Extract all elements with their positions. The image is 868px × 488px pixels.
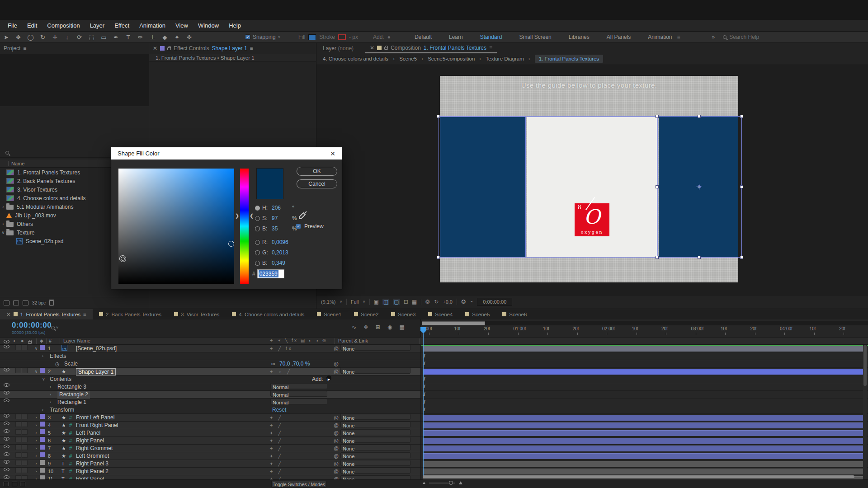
group-label[interactable]: Effects — [50, 352, 66, 360]
toolbar-overflow-icon[interactable]: » — [712, 34, 715, 40]
tool-icon[interactable]: ➤ — [0, 34, 12, 41]
layer-name[interactable]: Right Panel — [76, 475, 104, 479]
menu-item[interactable]: Layer — [85, 22, 110, 29]
timeline-option-icon[interactable]: ∿ — [352, 324, 356, 330]
pickwhip-icon[interactable]: @ — [334, 475, 339, 479]
pickwhip-icon[interactable]: @ — [334, 460, 339, 468]
twirl-icon[interactable]: › — [0, 204, 6, 209]
label-color-swatch[interactable] — [40, 422, 45, 427]
timeline-tab[interactable]: 3. Visor Textures — [168, 309, 226, 319]
stroke-width-value[interactable]: - px — [349, 34, 358, 40]
parent-select[interactable]: None˅ — [340, 414, 410, 420]
eye-icon[interactable] — [4, 383, 9, 387]
timeline-row[interactable]: › 5 ★ # Left Panel ✦ ╱ ▶ ˅ @ None˅ I — [0, 429, 868, 437]
timeline-tab[interactable]: Scene4 — [422, 309, 459, 319]
timeline-row[interactable]: › 3 ★ # Front Left Panel ✦ ╱ ▶ ˅ @ None˅… — [0, 414, 868, 422]
eye-icon[interactable] — [4, 468, 9, 471]
workspace-tab[interactable]: Animation — [639, 34, 680, 40]
layer-duration-track[interactable]: I — [420, 360, 868, 368]
tool-icon[interactable]: ↻ — [37, 34, 49, 41]
eye-icon[interactable] — [4, 429, 9, 433]
selection-handle[interactable] — [740, 185, 743, 188]
switch-cells[interactable] — [15, 345, 28, 350]
horizontal-scrollbar[interactable] — [423, 475, 854, 478]
eye-icon[interactable] — [4, 345, 9, 348]
layer-switches[interactable]: ✦ ╱ — [269, 414, 283, 422]
twirl-icon[interactable]: › — [33, 414, 39, 422]
menu-item[interactable]: Window — [193, 22, 224, 29]
twirl-icon[interactable]: › — [50, 383, 51, 391]
new-folder-icon[interactable] — [13, 300, 19, 305]
timeline-tab[interactable]: 2. Back Panels Textures — [93, 309, 168, 319]
layer-duration-track[interactable]: I — [420, 422, 868, 429]
layer-switches[interactable]: ✦ ╱ fx — [269, 345, 293, 352]
timeline-row[interactable]: Rectangle 1 › ▶ Normal˅ ˅ I — [0, 399, 868, 406]
eye-icon[interactable] — [4, 422, 9, 425]
layer-duration-track[interactable]: I — [420, 468, 868, 475]
menu-item[interactable]: Composition — [42, 22, 85, 29]
twirl-icon[interactable]: › — [33, 468, 39, 475]
twirl-icon[interactable]: › — [50, 391, 51, 399]
snapping-toggle[interactable]: ✓ Snapping ˅ — [245, 34, 280, 40]
workspace-tab[interactable]: Libraries — [560, 34, 598, 40]
switch-cells[interactable] — [15, 422, 28, 427]
shy-icon[interactable] — [12, 482, 17, 486]
pickwhip-icon[interactable]: @ — [334, 429, 339, 437]
workspace-tab[interactable]: Standard — [472, 34, 511, 40]
timeline-option-icon[interactable]: ◉ — [387, 324, 392, 330]
radio-icon[interactable] — [255, 261, 260, 266]
radio-icon[interactable] — [255, 216, 260, 221]
layer-switches[interactable]: ✦ ╱ — [269, 452, 283, 460]
expand-collapse-icon[interactable] — [4, 482, 9, 486]
timeline-tab[interactable]: Scene6 — [496, 309, 533, 319]
tool-icon[interactable]: T — [122, 34, 134, 41]
label-color-swatch[interactable] — [40, 460, 45, 465]
zoom-out-icon[interactable] — [423, 482, 425, 484]
timeline-tab[interactable]: ✕ 1. Frontal Panels Textures ≡ — [0, 309, 93, 319]
audio-column-icon[interactable]: ◖ — [13, 338, 16, 343]
collapse-transform-icon[interactable]: # — [69, 445, 72, 452]
layer-name[interactable]: [Scene_02b.psd] — [76, 345, 117, 352]
add-button[interactable]: ▶ — [326, 375, 331, 380]
twirl-icon[interactable]: › — [0, 221, 6, 226]
hue-slider[interactable] — [240, 169, 249, 284]
layer-switches[interactable]: ✦ ╱ — [269, 422, 283, 429]
saturation-brightness-picker[interactable] — [118, 169, 234, 284]
menu-item[interactable]: Edit — [22, 22, 42, 29]
timeline-search[interactable]: ˅ — [51, 325, 58, 330]
breadcrumb-item[interactable]: 4. Choose colors and details — [323, 56, 388, 61]
layer-name[interactable]: Shape Layer 1 — [76, 368, 116, 375]
layer-duration-track[interactable]: I — [420, 352, 868, 360]
workspace-tab[interactable]: Small Screen — [510, 34, 560, 40]
collapse-transform-icon[interactable]: # — [69, 414, 72, 422]
tool-icon[interactable]: ✑ — [134, 34, 146, 41]
label-color-swatch[interactable] — [40, 475, 45, 479]
layer-duration-track[interactable]: I — [420, 445, 868, 452]
twirl-icon[interactable]: › — [33, 452, 39, 460]
twirl-icon[interactable]: › — [33, 445, 39, 452]
twirl-icon[interactable]: ∨ — [33, 345, 39, 352]
selection-handle[interactable] — [656, 115, 659, 118]
switch-cells[interactable] — [15, 445, 28, 450]
switch-cells[interactable] — [15, 437, 28, 442]
dialog-titlebar[interactable]: Shape Fill Color ✕ — [111, 147, 342, 160]
twirl-icon[interactable]: › — [33, 475, 39, 479]
pickwhip-icon[interactable]: @ — [334, 422, 339, 429]
eye-icon[interactable] — [4, 368, 9, 371]
selection-handle[interactable] — [740, 256, 743, 259]
layer-switches[interactable]: ✦ ☼ ╱ — [269, 368, 292, 375]
fill-swatch[interactable] — [308, 34, 316, 40]
layer-name[interactable]: Right Panel 3 — [76, 460, 108, 468]
zoom-in-icon[interactable] — [459, 481, 462, 484]
color-cursor[interactable] — [228, 241, 234, 247]
workspace-tab[interactable]: All Panels — [598, 34, 639, 40]
timeline-row[interactable]: › Transform ▶ Reset ˅ ˅ I — [0, 406, 868, 414]
pickwhip-icon[interactable]: @ — [334, 360, 339, 368]
menu-item[interactable]: Animation — [134, 22, 170, 29]
pickwhip-icon[interactable]: @ — [334, 414, 339, 422]
breadcrumb-item[interactable]: Texture Diagram — [486, 56, 524, 61]
selection-handle[interactable] — [656, 256, 659, 259]
current-timecode[interactable]: 0:00:00:00 — [12, 321, 52, 330]
eyedropper-icon[interactable] — [297, 210, 308, 221]
tool-icon[interactable]: ↓ — [61, 34, 73, 41]
